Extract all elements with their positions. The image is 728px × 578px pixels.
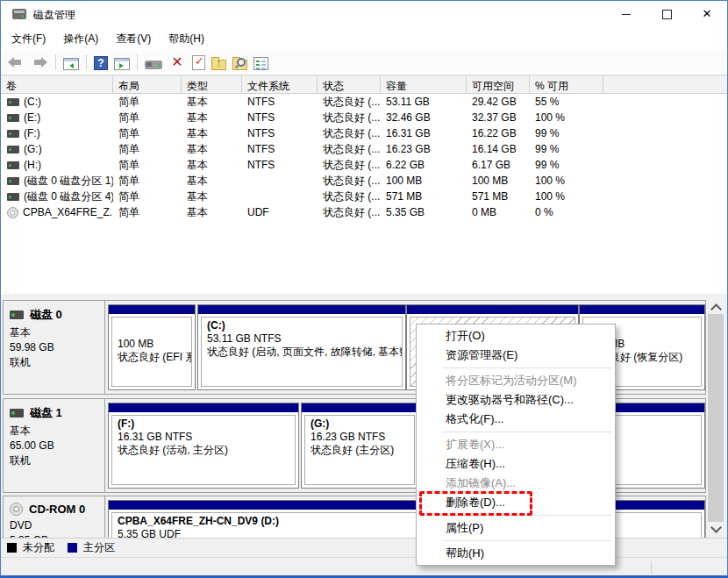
partition-efi[interactable]: 100 MB 状态良好 (EFI 系: [108, 304, 196, 390]
menu-view[interactable]: 查看(V): [107, 27, 160, 51]
disk-graph-pane: 磁盘 0 基本 59.98 GB 联机 100 MB 状态良好 (EFI 系 (…: [1, 297, 727, 538]
partition-c[interactable]: (C:) 53.11 GB NTFS 状态良好 (启动, 页面文件, 故障转储,…: [197, 304, 406, 390]
menu-item-shrink-volume[interactable]: 压缩卷(H)...: [417, 454, 615, 474]
explore-folder-icon[interactable]: [232, 60, 247, 70]
menu-item-format[interactable]: 格式化(F)...: [417, 410, 615, 429]
console-tree-toggle-icon[interactable]: [63, 58, 79, 70]
toolbar-separator: [55, 54, 56, 70]
volume-icon: [7, 193, 19, 201]
legend-unallocated-label: 未分配: [23, 540, 54, 555]
menu-action[interactable]: 操作(A): [54, 27, 107, 51]
status-bar-divider: [651, 561, 652, 574]
graph-scrollbar[interactable]: [706, 299, 725, 536]
table-row[interactable]: (F:) 简单 基本 NTFS 状态良好 (... 16.31 GB 16.22…: [1, 125, 727, 141]
status-bar: [1, 557, 727, 577]
menu-file[interactable]: 文件(F): [3, 27, 54, 51]
column-header-filler: [603, 76, 727, 93]
delete-volume-annotation: [419, 491, 532, 516]
back-icon[interactable]: [7, 54, 25, 71]
table-row[interactable]: (磁盘 0 磁盘分区 1) 简单 基本 状态良好 (... 100 MB 100…: [1, 173, 727, 189]
disk-icon: [10, 409, 24, 417]
menu-item-add-mirror: 添加镜像(A)...: [417, 474, 615, 493]
menu-bar: 文件(F) 操作(A) 查看(V) 帮助(H): [1, 27, 727, 50]
menu-item-change-letter[interactable]: 更改驱动器号和路径(C)...: [417, 390, 615, 410]
scroll-up-icon[interactable]: [706, 299, 725, 314]
volume-list-header: 卷 布局 类型 文件系统 状态 容量 可用空间 % 可用: [1, 75, 727, 94]
delete-volume-icon[interactable]: ✕: [168, 54, 186, 71]
maximize-button[interactable]: [646, 1, 687, 27]
column-header-status[interactable]: 状态: [318, 76, 381, 93]
scroll-down-icon[interactable]: [706, 521, 725, 536]
table-row[interactable]: (H:) 简单 基本 NTFS 状态良好 (... 6.22 GB 6.17 G…: [1, 157, 727, 173]
column-header-volume[interactable]: 卷: [1, 76, 113, 93]
toolbar-separator: [86, 54, 87, 70]
table-row[interactable]: (C:) 简单 基本 NTFS 状态良好 (... 53.11 GB 29.42…: [1, 94, 727, 110]
action-pane-toggle-icon[interactable]: [114, 58, 130, 70]
cd-icon: [10, 503, 23, 516]
volume-icon: [7, 146, 19, 153]
volume-icon: [7, 130, 19, 138]
minimize-icon: [622, 14, 631, 15]
menu-item-help[interactable]: 帮助(H): [417, 544, 615, 563]
menu-item-open[interactable]: 打开(O): [417, 326, 615, 346]
context-menu: 打开(O) 资源管理器(E) 将分区标记为活动分区(M) 更改驱动器号和路径(C…: [416, 324, 616, 566]
partition-color-band: [407, 305, 578, 314]
scrollbar-thumb[interactable]: [708, 314, 724, 522]
menu-item-explorer[interactable]: 资源管理器(E): [417, 346, 615, 365]
legend-bar: 未分配 主分区: [1, 538, 727, 557]
menu-separator: [443, 367, 612, 368]
column-header-capacity[interactable]: 容量: [381, 76, 467, 93]
app-drive-icon: [12, 9, 26, 19]
column-header-filesystem[interactable]: 文件系统: [242, 76, 318, 93]
partition-color-band: [109, 305, 195, 314]
legend-primary-swatch: [68, 543, 77, 553]
toolbar-separator: [137, 54, 138, 70]
table-row[interactable]: (G:) 简单 基本 NTFS 状态良好 (... 16.23 GB 16.14…: [1, 141, 727, 157]
menu-separator: [443, 540, 612, 541]
toolbar: ? ✕ ✓ ↑: [1, 50, 727, 75]
menu-separator: [443, 432, 612, 432]
disk0-label[interactable]: 磁盘 0 基本 59.98 GB 联机: [4, 301, 105, 394]
window-title: 磁盘管理: [33, 8, 75, 23]
volume-icon: [7, 114, 19, 122]
table-row[interactable]: (E:) 简单 基本 NTFS 状态良好 (... 32.46 GB 32.37…: [1, 110, 727, 125]
disk-management-window: 磁盘管理 ✕ 文件(F) 操作(A) 查看(V) 帮助(H) ? ✕ ✓ ↑ 卷…: [0, 0, 728, 578]
column-header-percent-free[interactable]: % 可用: [530, 76, 603, 93]
volume-icon: [7, 98, 19, 106]
disc-icon: [7, 207, 18, 218]
partition-color-band: [109, 403, 298, 412]
close-icon: ✕: [703, 7, 712, 20]
partition-color-band: [302, 403, 418, 412]
title-bar: 磁盘管理 ✕: [1, 1, 727, 27]
legend-primary-label: 主分区: [83, 540, 115, 555]
forward-icon[interactable]: [31, 54, 48, 71]
device-properties-icon[interactable]: [145, 61, 162, 69]
maximize-icon: [662, 10, 672, 19]
volume-list: 卷 布局 类型 文件系统 状态 容量 可用空间 % 可用 (C:) 简单 基本 …: [1, 75, 727, 294]
cdrom-label[interactable]: CD-ROM 0 DVD 5.35 GB: [4, 496, 105, 538]
legend-unallocated-swatch: [7, 543, 17, 553]
check-document-icon[interactable]: ✓: [192, 55, 205, 70]
table-row[interactable]: (磁盘 0 磁盘分区 4) 简单 基本 状态良好 (... 571 MB 571…: [1, 189, 727, 204]
column-header-layout[interactable]: 布局: [113, 76, 182, 93]
partition-color-band: [198, 305, 405, 314]
menu-item-mark-active: 将分区标记为活动分区(M): [417, 371, 615, 390]
menu-item-extend-volume: 扩展卷(X)...: [417, 435, 615, 454]
column-header-type[interactable]: 类型: [182, 76, 242, 93]
partition-color-band: [580, 305, 704, 314]
menu-help[interactable]: 帮助(H): [160, 27, 213, 51]
checklist-icon[interactable]: [253, 57, 268, 70]
close-button[interactable]: ✕: [687, 1, 727, 27]
disk1-label[interactable]: 磁盘 1 基本 65.00 GB 联机: [4, 399, 105, 492]
column-header-free-space[interactable]: 可用空间: [467, 76, 530, 93]
magnifier-icon: [237, 58, 246, 67]
volume-icon: [7, 161, 19, 169]
table-row[interactable]: CPBA_X64FRE_Z... 简单 基本 UDF 状态良好 (... 5.3…: [1, 204, 727, 220]
partition-f[interactable]: (F:) 16.31 GB NTFS 状态良好 (活动, 主分区): [108, 403, 299, 489]
help-icon[interactable]: ?: [94, 56, 108, 70]
open-folder-icon[interactable]: ↑: [211, 60, 226, 70]
volume-icon: [7, 177, 19, 185]
minimize-button[interactable]: [606, 1, 646, 27]
menu-item-properties[interactable]: 属性(P): [417, 518, 615, 538]
partition-g[interactable]: (G:) 16.23 GB NTFS 状态良好 (主分区): [301, 403, 418, 489]
